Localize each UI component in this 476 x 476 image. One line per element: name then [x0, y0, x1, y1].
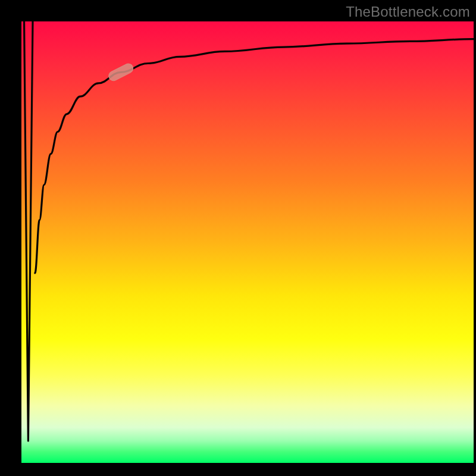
plot-area [21, 21, 474, 463]
curve-marker [107, 62, 134, 82]
chart-frame: TheBottleneck.com [0, 0, 476, 476]
attribution-text: TheBottleneck.com [346, 4, 470, 20]
series-spike [24, 21, 33, 441]
series-curve [35, 39, 474, 273]
curve-layer [21, 21, 474, 463]
